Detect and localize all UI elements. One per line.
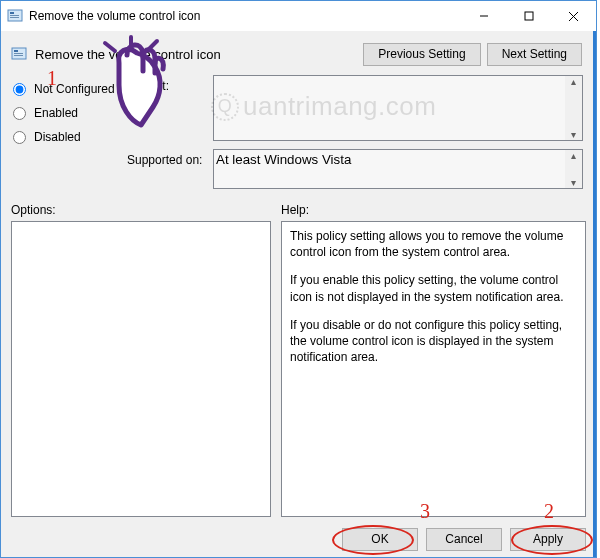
help-label: Help: [281, 203, 586, 217]
svg-rect-10 [14, 53, 23, 54]
policy-title: Remove the volume control icon [35, 47, 221, 62]
help-paragraph: This policy setting allows you to remove… [290, 228, 577, 260]
annotation-2: 2 [544, 500, 554, 523]
svg-rect-2 [10, 15, 19, 16]
comment-textarea[interactable] [213, 75, 583, 141]
annotation-1: 1 [47, 67, 57, 90]
policy-editor-window: Remove the volume control icon [0, 0, 597, 558]
svg-rect-3 [10, 17, 19, 18]
svg-rect-1 [10, 12, 14, 14]
apply-button[interactable]: Apply [510, 528, 586, 551]
next-setting-button[interactable]: Next Setting [487, 43, 582, 66]
previous-setting-button[interactable]: Previous Setting [363, 43, 480, 66]
radio-label: Enabled [34, 106, 78, 120]
comment-label: ent: [149, 79, 169, 93]
options-label: Options: [11, 203, 271, 217]
help-box: This policy setting allows you to remove… [281, 221, 586, 517]
svg-rect-9 [14, 50, 18, 52]
title-bar: Remove the volume control icon [1, 1, 596, 31]
help-paragraph: If you disable or do not configure this … [290, 317, 577, 366]
dialog-footer: OK Cancel Apply [1, 521, 596, 557]
svg-rect-5 [525, 12, 533, 20]
supported-on-textarea [213, 149, 583, 189]
cancel-button[interactable]: Cancel [426, 528, 502, 551]
options-box [11, 221, 271, 517]
radio-not-configured-input[interactable] [13, 83, 26, 96]
policy-icon [7, 8, 23, 24]
window-title: Remove the volume control icon [29, 9, 200, 23]
help-paragraph: If you enable this policy setting, the v… [290, 272, 577, 304]
window-edge [593, 31, 596, 557]
policy-icon [11, 46, 27, 62]
svg-rect-11 [14, 55, 23, 56]
maximize-button[interactable] [506, 1, 551, 31]
supported-on-label: Supported on: [127, 153, 202, 167]
minimize-button[interactable] [461, 1, 506, 31]
annotation-3: 3 [420, 500, 430, 523]
radio-label: Disabled [34, 130, 81, 144]
close-button[interactable] [551, 1, 596, 31]
ok-button[interactable]: OK [342, 528, 418, 551]
radio-enabled-input[interactable] [13, 107, 26, 120]
radio-disabled-input[interactable] [13, 131, 26, 144]
